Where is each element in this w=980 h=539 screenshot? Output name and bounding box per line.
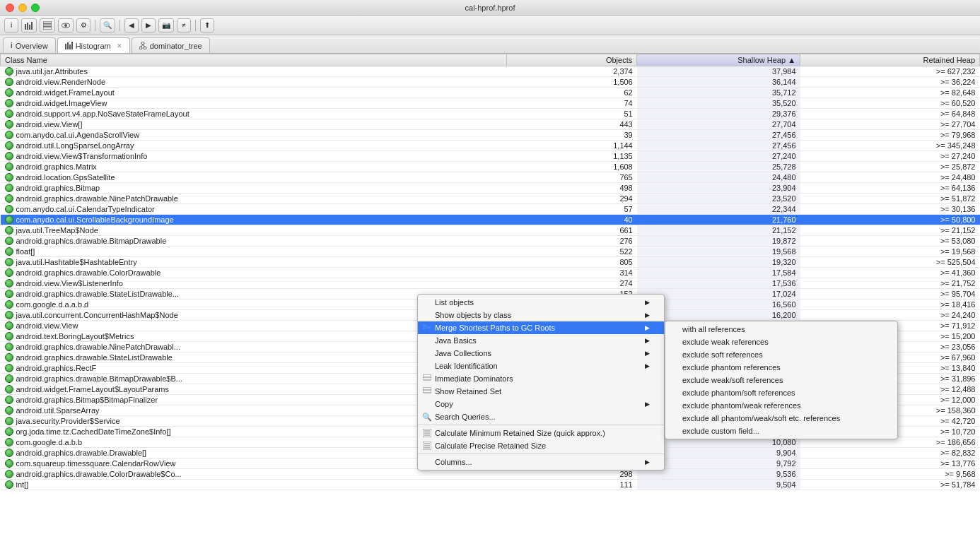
row-class-name: android.view.View$TransformationInfo bbox=[1, 151, 507, 161]
toolbar: i ⚙ 🔍 ◀ ▶ 📷 ≠ ⬆ bbox=[0, 16, 980, 35]
nav-fwd-button[interactable]: ▶ bbox=[141, 18, 156, 32]
export-button[interactable]: ⬆ bbox=[200, 18, 214, 32]
cm-exclude-all[interactable]: exclude all phantom/weak/soft etc. refer… bbox=[665, 412, 897, 425]
row-icon bbox=[5, 300, 13, 309]
header-class-name[interactable]: Class Name bbox=[1, 54, 507, 66]
table-row[interactable]: android.view.View$ListenerInfo27417,536>… bbox=[1, 278, 980, 289]
cm-columns-arrow: ▶ bbox=[645, 458, 650, 466]
cm-java-collections-label: Java Collections bbox=[435, 349, 491, 357]
header-shallow-heap[interactable]: Shallow Heap ▲ bbox=[637, 54, 800, 66]
cm-exclude-custom[interactable]: exclude custom field... bbox=[665, 425, 897, 437]
table-row[interactable]: android.support.v4.app.NoSaveStateFrameL… bbox=[1, 109, 980, 119]
table-row[interactable]: android.location.GpsSatellite76524,480>=… bbox=[1, 172, 980, 183]
row-retained-heap: >= 21,752 bbox=[800, 278, 980, 289]
row-name-text: android.widget.ImageView bbox=[16, 99, 107, 107]
cm-columns[interactable]: Columns... ▶ bbox=[418, 456, 664, 468]
info-button[interactable]: i bbox=[4, 18, 18, 32]
table-row[interactable]: java.util.jar.Attributes2,37437,984>= 62… bbox=[1, 66, 980, 77]
row-name-text: android.view.View$TransformationInfo bbox=[16, 152, 148, 160]
cm-show-objects-by-class[interactable]: Show objects by class ▶ bbox=[418, 309, 664, 321]
header-retained-heap[interactable]: Retained Heap bbox=[800, 54, 980, 66]
cm-java-collections[interactable]: Java Collections ▶ bbox=[418, 347, 664, 360]
table-row[interactable]: android.view.RenderNode1,50636,144>= 36,… bbox=[1, 77, 980, 88]
svg-rect-0 bbox=[25, 24, 26, 30]
cm-exclude-phantom-weak[interactable]: exclude phantom/weak references bbox=[665, 399, 897, 412]
row-icon bbox=[5, 311, 13, 319]
cm-calc-min[interactable]: Calculate Minimum Retained Size (quick a… bbox=[418, 427, 664, 439]
tab-dominator[interactable]: dominator_tree bbox=[132, 37, 210, 53]
header-objects[interactable]: Objects bbox=[506, 54, 637, 66]
cm-exclude-phantom[interactable]: exclude phantom references bbox=[665, 361, 897, 374]
table-row[interactable]: android.graphics.Matrix1,60825,728>= 25,… bbox=[1, 162, 980, 172]
eye-button[interactable] bbox=[58, 18, 74, 32]
nav-back-button[interactable]: ◀ bbox=[124, 18, 139, 32]
row-name-text: com.google.d.a.a.b.d bbox=[16, 300, 89, 309]
row-name-text: android.support.v4.app.NoSaveStateFrameL… bbox=[16, 109, 189, 118]
table-row[interactable]: float[]52219,568>= 19,568 bbox=[1, 247, 980, 257]
table-button[interactable] bbox=[40, 18, 55, 32]
row-retained-heap: >= 345,248 bbox=[800, 141, 980, 151]
diff-button[interactable]: ≠ bbox=[177, 18, 191, 32]
cm-search-queries[interactable]: 🔍 Search Queries... bbox=[418, 410, 664, 423]
table-row[interactable]: android.graphics.drawable.BitmapDrawable… bbox=[1, 236, 980, 247]
gear-button[interactable]: ⚙ bbox=[76, 18, 91, 32]
row-name-text: android.util.SparseArray bbox=[16, 406, 100, 415]
row-objects: 1,144 bbox=[506, 141, 637, 151]
row-icon bbox=[5, 173, 13, 182]
cm-exclude-weak-label: exclude weak references bbox=[682, 338, 769, 346]
histogram-button[interactable] bbox=[21, 18, 37, 32]
cm-search-label: Search Queries... bbox=[435, 413, 496, 421]
cm-java-basics[interactable]: Java Basics ▶ bbox=[418, 334, 664, 347]
table-row[interactable]: android.graphics.drawable.ColorDrawable3… bbox=[1, 268, 980, 278]
cm-leak-label: Leak Identification bbox=[435, 362, 498, 370]
close-button[interactable] bbox=[6, 4, 14, 12]
cm-list-objects[interactable]: List objects ▶ bbox=[418, 296, 664, 309]
tab-histogram-close[interactable]: ✕ bbox=[117, 42, 122, 49]
cm-leak-identification[interactable]: Leak Identification ▶ bbox=[418, 360, 664, 372]
row-icon bbox=[5, 268, 13, 277]
maximize-button[interactable] bbox=[31, 4, 40, 12]
table-row[interactable]: com.anydo.cal.ui.CalendarTypeIndicator57… bbox=[1, 204, 980, 215]
row-shallow-heap: 35,712 bbox=[637, 88, 800, 98]
cm-immediate-dominators-label: Immediate Dominators bbox=[435, 374, 513, 383]
cm-immediate-dominators[interactable]: Immediate Dominators bbox=[418, 372, 664, 385]
table-row[interactable]: android.view.View[]44327,704>= 27,704 bbox=[1, 119, 980, 130]
row-retained-heap: >= 24,480 bbox=[800, 172, 980, 183]
table-row[interactable]: android.widget.ImageView7435,520>= 60,52… bbox=[1, 98, 980, 109]
cm-exclude-weak[interactable]: exclude weak references bbox=[665, 336, 897, 348]
table-row[interactable]: java.util.Hashtable$HashtableEntry80519,… bbox=[1, 257, 980, 268]
zoom-button[interactable]: 🔍 bbox=[100, 18, 115, 32]
svg-rect-12 bbox=[71, 42, 73, 49]
table-row[interactable]: android.util.LongSparseLongArray1,14427,… bbox=[1, 141, 980, 151]
cm-calc-precise[interactable]: Calculate Precise Retained Size bbox=[418, 439, 664, 452]
svg-rect-5 bbox=[43, 24, 52, 26]
table-row[interactable]: android.graphics.drawable.NinePatchDrawa… bbox=[1, 194, 980, 204]
table-row[interactable]: com.anydo.cal.ui.ScrollableBackgroundIma… bbox=[1, 215, 980, 225]
row-objects: 314 bbox=[506, 268, 637, 278]
table-row[interactable]: android.view.View$TransformationInfo1,13… bbox=[1, 151, 980, 162]
row-icon bbox=[5, 88, 13, 97]
table-row[interactable]: int[]1119,504>= 51,784 bbox=[1, 480, 980, 490]
cm-exclude-soft[interactable]: exclude soft references bbox=[665, 348, 897, 361]
cm-show-retained-set[interactable]: Show Retained Set bbox=[418, 385, 664, 398]
cm-copy[interactable]: Copy ▶ bbox=[418, 398, 664, 410]
row-icon bbox=[5, 215, 13, 224]
capture-button[interactable]: 📷 bbox=[158, 18, 174, 32]
tab-histogram[interactable]: Histogram ✕ bbox=[57, 37, 130, 53]
row-name-text: java.util.TreeMap$Node bbox=[16, 226, 98, 235]
table-row[interactable]: java.util.TreeMap$Node66121,152>= 21,152 bbox=[1, 225, 980, 236]
cm-with-all-refs[interactable]: with all references bbox=[665, 323, 897, 336]
cm-exclude-weak-soft[interactable]: exclude weak/soft references bbox=[665, 374, 897, 386]
row-class-name: com.anydo.cal.ui.CalendarTypeIndicator bbox=[1, 204, 507, 214]
row-icon bbox=[5, 99, 13, 107]
table-row[interactable]: com.anydo.cal.ui.AgendaScrollView3927,45… bbox=[1, 130, 980, 141]
table-row[interactable]: android.widget.FrameLayout6235,712>= 82,… bbox=[1, 88, 980, 98]
row-class-name: java.util.Hashtable$HashtableEntry bbox=[1, 257, 507, 267]
cm-merge-shortest-paths[interactable]: Merge Shortest Paths to GC Roots ▶ bbox=[418, 321, 664, 334]
row-name-text: android.graphics.drawable.StateListDrawa… bbox=[16, 353, 173, 362]
cm-java-basics-label: Java Basics bbox=[435, 336, 477, 345]
table-row[interactable]: android.graphics.Bitmap49823,904>= 64,13… bbox=[1, 183, 980, 194]
tab-overview[interactable]: i Overview bbox=[3, 37, 56, 53]
minimize-button[interactable] bbox=[18, 4, 27, 12]
cm-exclude-phantom-soft[interactable]: exclude phantom/soft references bbox=[665, 386, 897, 399]
